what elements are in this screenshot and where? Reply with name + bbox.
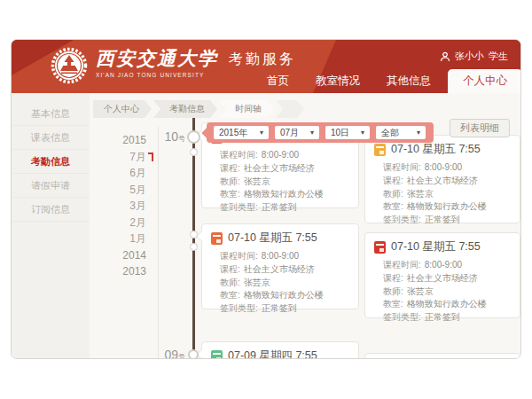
year-dropdown-value: 2015年: [219, 127, 247, 139]
card-header: 07-10 星期五 7:55: [211, 231, 349, 246]
person-icon: [440, 51, 450, 62]
card-header: 07-09 星期四 7:55: [211, 348, 349, 359]
day-number: 09: [164, 348, 178, 359]
mini-nav-month-3[interactable]: 3月: [97, 198, 146, 215]
main-nav: 首页 教室情况 其他信息 个人中心: [254, 69, 521, 93]
field-value: 正常签到: [425, 215, 460, 224]
nav-other-info[interactable]: 其他信息: [373, 69, 444, 93]
list-detail-button[interactable]: 列表明细: [450, 119, 510, 137]
university-logo-icon: [51, 47, 88, 84]
card-fields: 课程时间:8:00-9:00 课程:社会主义市场经济 教师:张芸京 教室:格物致…: [383, 161, 511, 227]
sidebar: 基本信息 课表信息 考勤信息 请假申请 订阅信息: [12, 93, 90, 358]
mini-nav-month-7-active[interactable]: 7月: [97, 149, 146, 166]
timeline-node-day10[interactable]: [187, 130, 200, 144]
field-label: 教室:: [220, 290, 240, 300]
timeline-node-small-1: [190, 148, 198, 156]
field-value: 社会主义市场经济: [244, 264, 315, 274]
chevron-down-icon: ▾: [260, 129, 263, 137]
attendance-card-stub: [364, 353, 520, 359]
field-value: 张芸京: [244, 278, 270, 287]
day-number: 10: [164, 129, 178, 144]
field-label: 教师:: [383, 286, 403, 296]
field-label: 教师:: [220, 278, 240, 287]
field-value: 格物致知行政办公楼: [244, 290, 324, 300]
nav-home[interactable]: 首页: [254, 69, 302, 93]
field-label: 签到类型:: [220, 303, 258, 313]
calendar-icon: [374, 144, 386, 156]
field-value: 格物致知行政办公楼: [407, 201, 487, 211]
field-label: 签到类型:: [383, 312, 421, 322]
filter-bar: 2015年 ▾ 07月 ▾ 10日 ▾ 全部 ▾: [207, 122, 434, 143]
field-label: 教师:: [220, 176, 240, 186]
field-label: 签到类型:: [220, 202, 258, 212]
breadcrumb: 个人中心 考勤信息 时间轴: [93, 100, 306, 118]
content-area: 基本信息 课表信息 考勤信息 请假申请 订阅信息 2015 7月 6月 5月 3…: [12, 93, 520, 358]
calendar-icon: [211, 350, 223, 360]
mini-nav-month-2[interactable]: 2月: [97, 215, 146, 231]
timeline-node-day09[interactable]: [188, 349, 199, 359]
nav-classrooms[interactable]: 教室情况: [302, 69, 373, 93]
mini-nav-month-1[interactable]: 1月: [97, 231, 146, 247]
timeline-node-small-2: [190, 231, 198, 239]
chevron-down-icon: ▾: [310, 129, 314, 137]
field-label: 课程:: [220, 264, 240, 274]
month-dropdown[interactable]: 07月 ▾: [275, 126, 319, 139]
field-label: 课程:: [383, 176, 403, 185]
year-dropdown[interactable]: 2015年 ▾: [214, 126, 269, 139]
card-date: 07-10 星期五 7:55: [391, 239, 481, 254]
mini-nav-month-5[interactable]: 5月: [97, 182, 146, 199]
sidebar-item-timetable-info[interactable]: 课表信息: [12, 126, 90, 150]
chevron-down-icon: ▾: [361, 129, 364, 137]
mini-nav-month-6[interactable]: 6月: [97, 165, 146, 182]
attendance-card[interactable]: 07-10 星期五 7:55 课程时间:8:00-9:00 课程:社会主义市场经…: [364, 135, 520, 223]
attendance-card[interactable]: 07-10 星期五 7:55 课程时间:8:00-9:00 课程:社会主义市场经…: [364, 232, 520, 318]
field-label: 课程时间:: [383, 162, 421, 172]
attendance-card[interactable]: 07-10 星期五 7:55 课程时间:8:00-9:00 课程:社会主义市场经…: [201, 223, 359, 309]
day-suffix: 号: [178, 353, 185, 359]
field-value: 张芸京: [407, 286, 434, 296]
mini-timeline-nav: 2015 7月 6月 5月 3月 2月 1月 2014 2013: [97, 132, 146, 280]
day-label-09: 09号: [152, 347, 185, 359]
user-name: 张小小: [455, 50, 484, 63]
field-label: 课程时间:: [383, 260, 421, 270]
attendance-card[interactable]: 07-09 星期四 7:55: [201, 341, 359, 359]
field-value: 正常签到: [425, 312, 460, 322]
field-value: 社会主义市场经济: [407, 176, 478, 185]
card-fields: 课程时间:8:00-9:00 课程:社会主义市场经济 教师:张芸京 教室:格物致…: [220, 250, 349, 316]
user-info[interactable]: 张小小 学生: [440, 50, 508, 63]
breadcrumb-timeline[interactable]: 时间轴: [219, 100, 274, 118]
day-dropdown[interactable]: 10日 ▾: [325, 126, 370, 139]
screenshot-stage: 西安交通大学 XI'AN JIAO TONG UNIVERSITY 考勤服务 张…: [0, 0, 532, 399]
sidebar-item-leave-request[interactable]: 请假申请: [12, 174, 90, 198]
calendar-icon: [374, 241, 386, 254]
field-label: 课程时间:: [220, 150, 258, 160]
sidebar-item-attendance-info[interactable]: 考勤信息: [12, 150, 90, 174]
field-label: 教师:: [383, 189, 403, 199]
breadcrumb-attendance-info[interactable]: 考勤信息: [153, 100, 217, 118]
current-month-marker: [152, 153, 153, 161]
field-value: 正常签到: [262, 202, 297, 212]
timeline-node-small-3: [190, 243, 198, 251]
type-dropdown[interactable]: 全部 ▾: [376, 126, 426, 139]
mini-nav-year-2014[interactable]: 2014: [97, 247, 146, 264]
sidebar-item-basic-info[interactable]: 基本信息: [12, 102, 90, 126]
user-role: 学生: [489, 50, 508, 63]
card-date: 07-10 星期五 7:55: [228, 231, 317, 246]
field-value: 8:00-9:00: [425, 162, 462, 172]
field-value: 张芸京: [407, 189, 434, 199]
nav-personal-center-active-tab[interactable]: 个人中心: [448, 69, 521, 93]
day-label-10: 10号: [152, 129, 185, 145]
mini-nav-year-2013[interactable]: 2013: [97, 263, 146, 280]
card-date: 07-09 星期四 7:55: [228, 348, 317, 359]
field-value: 张芸京: [244, 176, 270, 186]
sidebar-item-subscription-info[interactable]: 订阅信息: [12, 198, 90, 222]
card-fields: 课程时间:8:00-9:00 课程:社会主义市场经济 教师:张芸京 教室:格物致…: [220, 149, 349, 215]
chevron-down-icon: ▾: [417, 129, 420, 137]
field-value: 8:00-9:00: [262, 251, 299, 261]
field-label: 课程:: [220, 163, 240, 173]
mini-nav-year-2015[interactable]: 2015: [97, 132, 146, 149]
field-value: 8:00-9:00: [262, 150, 299, 160]
field-label: 课程:: [383, 273, 403, 283]
field-label: 课程时间:: [220, 251, 258, 261]
breadcrumb-personal-center[interactable]: 个人中心: [93, 100, 152, 118]
